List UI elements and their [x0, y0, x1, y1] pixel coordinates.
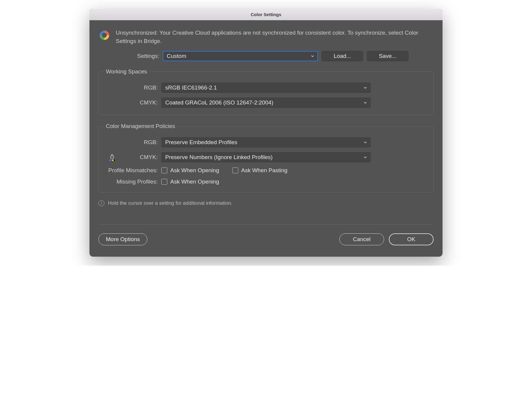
- ws-cmyk-dropdown[interactable]: Coated GRACoL 2006 (ISO 12647-2:2004): [161, 98, 371, 108]
- cmyk-swatch-icon: [109, 160, 115, 161]
- ws-rgb-dropdown[interactable]: sRGB IEC61966-2.1: [161, 83, 371, 93]
- pol-cmyk-value: Preserve Numbers (Ignore Linked Profiles…: [165, 154, 273, 161]
- info-icon: i: [98, 200, 104, 206]
- pol-rgb-dropdown[interactable]: Preserve Embedded Profiles: [161, 137, 371, 147]
- save-button-label: Save...: [379, 53, 396, 59]
- load-button-label: Load...: [334, 53, 351, 59]
- chevron-down-icon: [363, 86, 367, 90]
- missing-profiles-row: Missing Profiles: Ask When Opening: [104, 178, 428, 185]
- ws-cmyk-label: CMYK:: [104, 99, 158, 106]
- info-text: Hold the cursor over a setting for addit…: [108, 200, 233, 206]
- pol-cmyk-dropdown[interactable]: Preserve Numbers (Ignore Linked Profiles…: [161, 152, 371, 162]
- ws-rgb-value: sRGB IEC61966-2.1: [165, 84, 217, 91]
- working-spaces-group: Working Spaces RGB: sRGB IEC61966-2.1 CM…: [98, 68, 434, 115]
- save-button[interactable]: Save...: [367, 51, 409, 61]
- working-spaces-legend: Working Spaces: [103, 68, 149, 75]
- ws-rgb-label: RGB:: [104, 84, 158, 91]
- lock-icon: [109, 154, 115, 161]
- chevron-down-icon: [363, 155, 367, 159]
- footer-right: Cancel OK: [339, 233, 434, 245]
- ws-cmyk-value: Coated GRACoL 2006 (ISO 12647-2:2004): [165, 99, 273, 106]
- mismatch-ask-pasting: Ask When Pasting: [232, 167, 287, 174]
- mismatch-ask-pasting-checkbox[interactable]: [232, 167, 238, 173]
- missing-profiles-label: Missing Profiles:: [104, 178, 158, 185]
- more-options-label: More Options: [106, 236, 140, 243]
- ok-button[interactable]: OK: [389, 233, 434, 245]
- mismatch-ask-opening-label: Ask When Opening: [170, 167, 219, 174]
- mismatch-ask-pasting-label: Ask When Pasting: [241, 167, 287, 174]
- chevron-down-icon: [363, 140, 367, 144]
- info-row: i Hold the cursor over a setting for add…: [98, 200, 434, 206]
- more-options-button[interactable]: More Options: [98, 233, 147, 245]
- chevron-down-icon: [310, 54, 315, 58]
- settings-dropdown-value: Custom: [167, 53, 186, 59]
- divider: [98, 224, 434, 224]
- cancel-button[interactable]: Cancel: [339, 233, 384, 245]
- pol-cmyk-row: CMYK: Preserve Numbers (Ignore Linked Pr…: [104, 152, 428, 162]
- pol-rgb-label: RGB:: [104, 139, 158, 146]
- policies-group: Color Management Policies RGB: Preserve …: [98, 123, 434, 192]
- window-title: Color Settings: [251, 12, 282, 17]
- pol-rgb-row: RGB: Preserve Embedded Profiles: [104, 137, 428, 147]
- profile-mismatches-row: Profile Mismatches: Ask When Opening Ask…: [104, 167, 428, 174]
- color-settings-window: Color Settings Unsynchronized: Your Crea…: [89, 9, 443, 257]
- svg-rect-0: [111, 156, 114, 158]
- mismatch-ask-opening: Ask When Opening: [161, 167, 219, 174]
- pol-rgb-value: Preserve Embedded Profiles: [165, 139, 237, 146]
- dialog-content: Unsynchronized: Your Creative Cloud appl…: [89, 20, 443, 257]
- chevron-down-icon: [363, 101, 367, 105]
- unsynchronized-icon: [98, 29, 110, 41]
- sync-status-text: Unsynchronized: Your Creative Cloud appl…: [116, 29, 434, 45]
- policies-legend: Color Management Policies: [103, 123, 177, 130]
- profile-mismatches-label: Profile Mismatches:: [104, 167, 158, 174]
- ws-cmyk-row: CMYK: Coated GRACoL 2006 (ISO 12647-2:20…: [104, 98, 428, 108]
- settings-row: Settings: Custom Load... Save...: [98, 51, 434, 61]
- sync-status-row: Unsynchronized: Your Creative Cloud appl…: [98, 29, 434, 45]
- missing-ask-opening: Ask When Opening: [161, 178, 219, 185]
- missing-ask-opening-label: Ask When Opening: [170, 178, 219, 185]
- ok-label: OK: [407, 236, 415, 243]
- settings-dropdown[interactable]: Custom: [163, 51, 318, 61]
- load-button[interactable]: Load...: [321, 51, 363, 61]
- settings-label: Settings:: [116, 53, 159, 59]
- missing-ask-opening-checkbox[interactable]: [161, 179, 167, 185]
- titlebar: Color Settings: [89, 9, 443, 20]
- cancel-label: Cancel: [353, 236, 370, 243]
- ws-rgb-row: RGB: sRGB IEC61966-2.1: [104, 83, 428, 93]
- footer: More Options Cancel OK: [98, 233, 434, 251]
- mismatch-ask-opening-checkbox[interactable]: [161, 167, 167, 173]
